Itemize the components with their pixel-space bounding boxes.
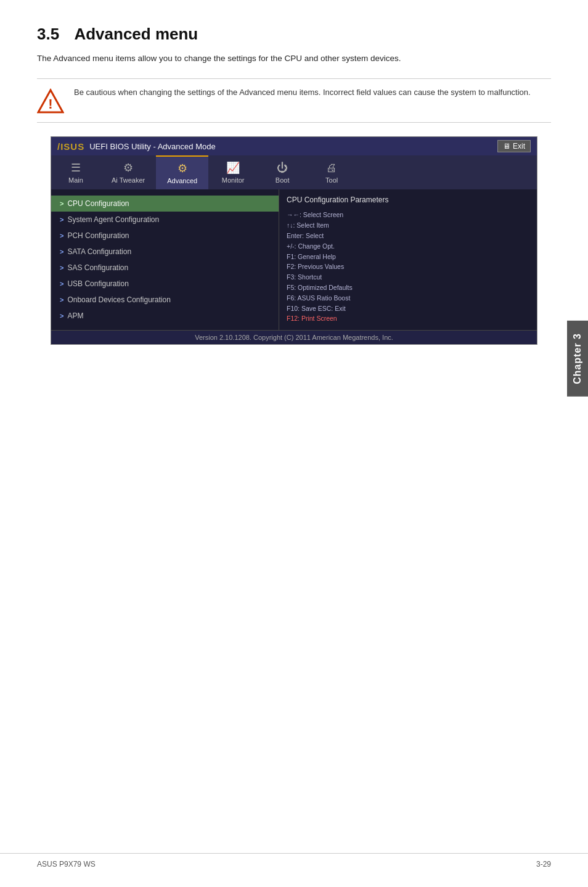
arrow-icon-pch: >: [60, 232, 63, 239]
nav-item-ai-tweaker[interactable]: ⚙ Ai Tweaker: [100, 155, 156, 189]
exit-label: Exit: [513, 142, 525, 151]
arrow-icon-sata: >: [60, 248, 63, 255]
menu-item-usb[interactable]: > USB Configuration: [51, 276, 279, 292]
intro-text: The Advanced menu items allow you to cha…: [37, 52, 551, 65]
shortcut-f6: F6: ASUS Ratio Boost: [287, 293, 529, 303]
shortcut-change-opt: +/-: Change Opt.: [287, 241, 529, 252]
bios-logo-area: /ISUS UEFI BIOS Utility - Advanced Mode: [57, 141, 216, 152]
nav-item-advanced[interactable]: ⚙ Advanced: [156, 155, 208, 189]
menu-label-sas: SAS Configuration: [67, 263, 128, 272]
menu-label-sata: SATA Configuration: [67, 247, 131, 256]
menu-item-onboard[interactable]: > Onboard Devices Configuration: [51, 292, 279, 308]
shortcut-f3: F3: Shortcut: [287, 272, 529, 283]
shortcut-f2: F2: Previous Values: [287, 262, 529, 272]
main-icon: ☰: [71, 161, 81, 175]
arrow-icon-onboard: >: [60, 296, 63, 303]
shortcut-select-item: ↑↓: Select Item: [287, 220, 529, 231]
page-footer: ASUS P9X79 WS 3-29: [0, 853, 588, 868]
warning-text: Be cautious when changing the settings o…: [74, 86, 531, 99]
exit-icon: 🖥: [503, 142, 510, 151]
asus-logo: /ISUS: [57, 141, 84, 152]
shortcut-select-screen: →←: Select Screen: [287, 210, 529, 220]
menu-item-cpu[interactable]: > CPU Configuration: [51, 196, 279, 212]
section-title-text: Advanced menu: [74, 25, 198, 43]
nav-item-boot[interactable]: ⏻ Boot: [258, 155, 307, 189]
menu-item-system-agent[interactable]: > System Agent Configuration: [51, 212, 279, 228]
advanced-icon: ⚙: [178, 162, 187, 175]
bios-shortcuts: →←: Select Screen ↑↓: Select Item Enter:…: [287, 210, 529, 324]
menu-item-apm[interactable]: > APM: [51, 308, 279, 324]
arrow-icon-usb: >: [60, 280, 63, 287]
bios-screen: /ISUS UEFI BIOS Utility - Advanced Mode …: [51, 136, 537, 345]
arrow-icon-system-agent: >: [60, 216, 63, 223]
nav-label-monitor: Monitor: [222, 176, 245, 184]
arrow-icon-apm: >: [60, 312, 63, 320]
monitor-icon: 📈: [226, 161, 240, 175]
bios-exit-button[interactable]: 🖥 Exit: [497, 140, 531, 152]
nav-label-main: Main: [68, 176, 83, 184]
menu-label-system-agent: System Agent Configuration: [67, 215, 159, 224]
menu-label-onboard: Onboard Devices Configuration: [67, 295, 170, 304]
nav-item-tool[interactable]: 🖨 Tool: [307, 155, 356, 189]
bios-topbar-title: UEFI BIOS Utility - Advanced Mode: [89, 142, 215, 151]
ai-tweaker-icon: ⚙: [123, 161, 133, 175]
nav-label-advanced: Advanced: [167, 177, 197, 184]
shortcut-enter: Enter: Select: [287, 231, 529, 241]
help-title: CPU Configuration Parameters: [287, 196, 529, 204]
nav-item-main[interactable]: ☰ Main: [51, 155, 100, 189]
shortcut-f1: F1: General Help: [287, 252, 529, 262]
menu-label-usb: USB Configuration: [67, 279, 128, 288]
arrow-icon-sas: >: [60, 264, 63, 271]
arrow-icon-cpu: >: [60, 200, 63, 207]
bios-nav-bar: ☰ Main ⚙ Ai Tweaker ⚙ Advanced 📈 Monitor…: [51, 155, 537, 189]
shortcut-f5: F5: Optimized Defaults: [287, 283, 529, 293]
nav-label-boot: Boot: [276, 176, 290, 184]
footer-page: 3-29: [536, 860, 551, 868]
svg-text:!: !: [48, 96, 52, 112]
menu-label-cpu: CPU Configuration: [67, 199, 129, 208]
section-title: 3.5 Advanced menu: [37, 25, 551, 44]
bios-right-panel: CPU Configuration Parameters →←: Select …: [279, 189, 537, 330]
bios-footer: Version 2.10.1208. Copyright (C) 2011 Am…: [51, 330, 537, 344]
footer-product: ASUS P9X79 WS: [37, 860, 96, 868]
shortcut-f12: F12: Print Screen: [287, 313, 529, 324]
chapter-tab: Chapter 3: [567, 321, 588, 397]
bios-topbar: /ISUS UEFI BIOS Utility - Advanced Mode …: [51, 137, 537, 155]
boot-icon: ⏻: [277, 162, 288, 175]
shortcut-f10: F10: Save ESC: Exit: [287, 303, 529, 314]
menu-label-apm: APM: [67, 311, 83, 320]
warning-box: ! Be cautious when changing the settings…: [37, 78, 551, 123]
menu-item-sas[interactable]: > SAS Configuration: [51, 260, 279, 276]
bios-left-panel: > CPU Configuration > System Agent Confi…: [51, 189, 279, 330]
menu-item-sata[interactable]: > SATA Configuration: [51, 244, 279, 260]
warning-icon: !: [37, 88, 64, 115]
section-number: 3.5: [37, 25, 59, 43]
bios-body: > CPU Configuration > System Agent Confi…: [51, 189, 537, 330]
help-title-area: CPU Configuration Parameters: [287, 196, 529, 207]
menu-label-pch: PCH Configuration: [67, 231, 129, 240]
nav-item-monitor[interactable]: 📈 Monitor: [208, 155, 258, 189]
nav-label-tool: Tool: [325, 176, 338, 184]
nav-label-ai: Ai Tweaker: [112, 176, 145, 184]
tool-icon: 🖨: [326, 162, 337, 175]
menu-item-pch[interactable]: > PCH Configuration: [51, 228, 279, 244]
